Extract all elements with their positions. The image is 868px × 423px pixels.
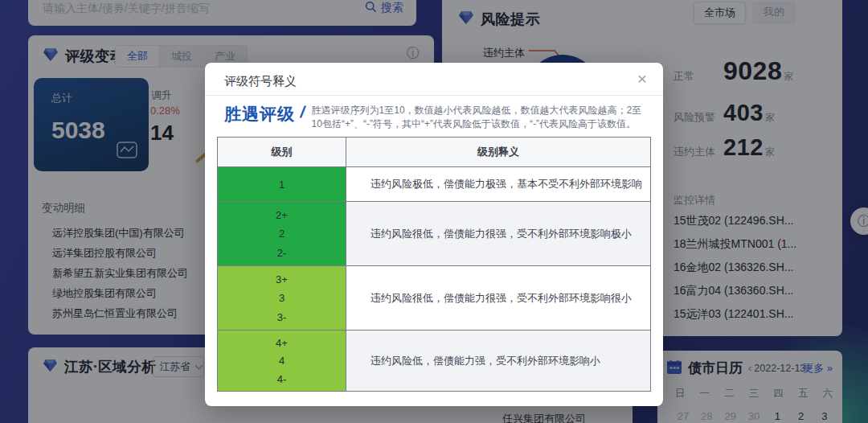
level-value: 1 — [279, 179, 285, 191]
header-meaning: 级别释义 — [346, 138, 650, 166]
level-value: 3+ — [276, 273, 288, 285]
close-icon[interactable]: × — [637, 69, 647, 88]
section-title: 胜遇评级 — [224, 103, 295, 125]
level-value: 2+ — [276, 209, 288, 221]
rating-symbols-modal: 评级符号释义 × 胜遇评级 / 胜遇评级序列为1至10，数值越小代表风险越低，数… — [205, 63, 663, 406]
table-row: 4+ 4 4- 违约风险低，偿债能力强，受不利外部环境影响小 — [218, 330, 650, 391]
meaning-cell: 违约风险极低，偿债能力极强，基本不受不利外部环境影响 — [346, 167, 650, 201]
header-level: 级别 — [218, 138, 346, 166]
rating-table: 级别 级别释义 1 违约风险极低，偿债能力极强，基本不受不利外部环境影响 2+ … — [217, 137, 651, 392]
meaning-cell: 违约风险很低，偿债能力很强，受不利外部环境影响极小 — [346, 202, 650, 265]
level-value: 4+ — [276, 337, 288, 349]
level-cell: 2+ 2 2- — [218, 202, 346, 265]
level-value: 3- — [277, 311, 287, 323]
level-value: 2- — [277, 247, 287, 259]
table-row: 1 违约风险极低，偿债能力极强，基本不受不利外部环境影响 — [218, 166, 650, 201]
table-row: 2+ 2 2- 违约风险很低，偿债能力很强，受不利外部环境影响极小 — [218, 201, 650, 265]
slash-divider-icon: / — [299, 103, 307, 121]
table-header-row: 级别 级别释义 — [218, 138, 650, 166]
meaning-cell: 违约风险很低，偿债能力很强，受不利外部环境影响很小 — [346, 266, 650, 330]
level-value: 4- — [277, 373, 287, 385]
level-cell: 1 — [218, 167, 346, 201]
rating-section: 胜遇评级 / 胜遇评级序列为1至10，数值越小代表风险越低，数值越大代表风险越高… — [224, 103, 645, 131]
level-cell: 4+ 4 4- — [218, 331, 346, 391]
level-value: 2 — [279, 228, 285, 240]
dashboard-page: 搜索 评级变动 全部 城投 产业 ⓘ 总计 5038 调升 0.28% 14 变… — [0, 0, 868, 423]
level-value: 4 — [279, 355, 285, 367]
level-value: 3 — [279, 292, 285, 304]
section-description: 胜遇评级序列为1至10，数值越小代表风险越低，数值越大代表风险越高；2至10包括… — [312, 103, 645, 131]
modal-title: 评级符号释义 — [224, 74, 297, 89]
divider — [205, 95, 663, 96]
meaning-cell: 违约风险低，偿债能力强，受不利外部环境影响小 — [346, 331, 650, 391]
table-row: 3+ 3 3- 违约风险很低，偿债能力很强，受不利外部环境影响很小 — [218, 265, 650, 330]
level-cell: 3+ 3 3- — [218, 266, 346, 330]
